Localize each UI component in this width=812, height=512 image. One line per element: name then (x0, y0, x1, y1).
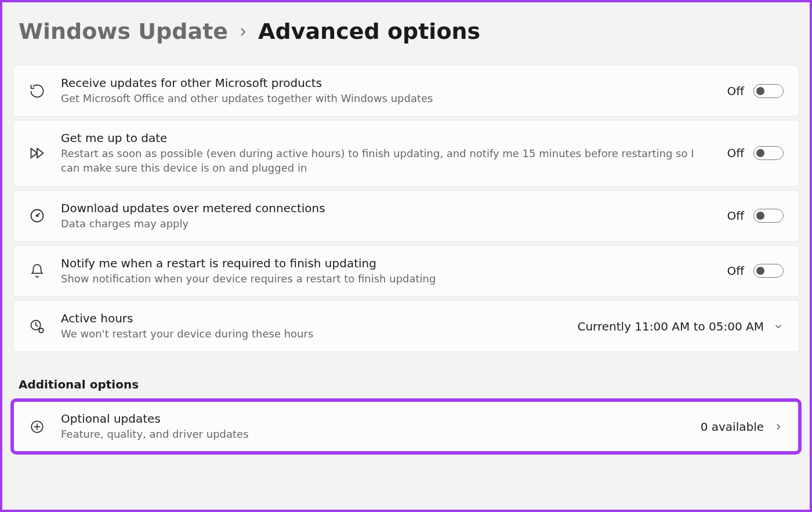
setting-description: Get Microsoft Office and other updates t… (61, 91, 712, 106)
setting-description: Restart as soon as possible (even during… (61, 146, 712, 175)
setting-restart-notify[interactable]: Notify me when a restart is required to … (13, 245, 799, 297)
setting-description: Feature, quality, and driver updates (61, 427, 686, 441)
setting-receive-other-products[interactable]: Receive updates for other Microsoft prod… (13, 65, 799, 117)
setting-description: Data charges may apply (61, 216, 712, 231)
toggle-switch[interactable] (753, 209, 784, 223)
bell-icon (28, 262, 46, 279)
svg-marker-1 (37, 148, 44, 158)
setting-active-hours[interactable]: Active hours We won't restart your devic… (13, 300, 799, 352)
setting-title: Download updates over metered connection… (61, 201, 712, 215)
fast-forward-icon (28, 144, 46, 162)
breadcrumb: Windows Update Advanced options (19, 19, 799, 44)
chevron-down-icon (773, 321, 784, 332)
svg-point-3 (37, 215, 38, 217)
toggle-state-label: Off (727, 84, 744, 98)
plus-circle-icon (28, 418, 46, 435)
setting-metered-connections[interactable]: Download updates over metered connection… (13, 190, 799, 242)
setting-title: Get me up to date (61, 131, 712, 145)
setting-description: Show notification when your device requi… (61, 271, 712, 286)
clock-gear-icon (28, 318, 46, 335)
toggle-state-label: Off (727, 264, 744, 278)
svg-marker-0 (31, 148, 38, 158)
setting-title: Optional updates (61, 412, 686, 426)
toggle-state-label: Off (727, 146, 744, 160)
breadcrumb-current: Advanced options (258, 19, 480, 44)
toggle-state-label: Off (727, 209, 744, 223)
setting-title: Active hours (61, 311, 562, 325)
setting-optional-updates[interactable]: Optional updates Feature, quality, and d… (13, 401, 799, 452)
breadcrumb-parent[interactable]: Windows Update (19, 19, 228, 44)
setting-title: Receive updates for other Microsoft prod… (61, 76, 712, 90)
toggle-switch[interactable] (753, 146, 784, 160)
toggle-switch[interactable] (753, 84, 784, 98)
section-heading-additional-options: Additional options (19, 377, 799, 391)
toggle-switch[interactable] (753, 264, 784, 278)
setting-description: We won't restart your device during thes… (61, 326, 562, 341)
setting-value: Currently 11:00 AM to 05:00 AM (577, 319, 764, 333)
chevron-right-icon (773, 422, 784, 432)
setting-value: 0 available (701, 420, 764, 434)
history-icon (28, 82, 46, 100)
chevron-right-icon (238, 25, 248, 39)
gauge-icon (28, 207, 46, 224)
setting-get-me-up-to-date[interactable]: Get me up to date Restart as soon as pos… (13, 120, 799, 186)
setting-title: Notify me when a restart is required to … (61, 256, 712, 270)
